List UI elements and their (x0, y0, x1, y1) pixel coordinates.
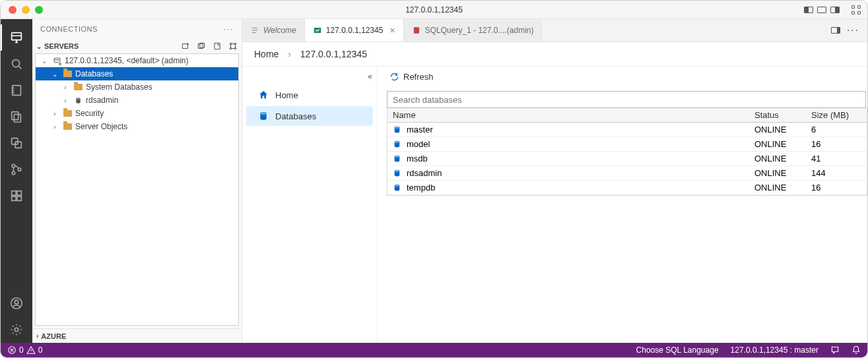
azure-label: AZURE (41, 332, 66, 340)
dashboard-icon (313, 26, 322, 35)
server-objects-label: Server Objects (75, 122, 127, 131)
activity-account[interactable] (1, 290, 32, 316)
nav-databases[interactable]: Databases (246, 106, 373, 126)
warnings-count[interactable]: 0 (38, 345, 43, 355)
tab-welcome[interactable]: Welcome (242, 19, 305, 42)
svg-point-35 (395, 141, 400, 143)
table-row[interactable]: masterONLINE6 (387, 123, 867, 137)
server-node[interactable]: ⌄ 127.0.0.1,12345, <default> (admin) (36, 54, 238, 67)
databases-node[interactable]: ⌄ Databases (36, 67, 238, 80)
warnings-icon[interactable] (26, 345, 36, 355)
layout-bottom-icon[interactable] (817, 7, 826, 13)
db-name: master (407, 125, 433, 134)
activity-search[interactable] (1, 51, 32, 77)
table-row[interactable]: tempdbONLINE16 (387, 181, 867, 195)
col-name[interactable]: Name (387, 110, 751, 120)
tab-welcome-label: Welcome (263, 26, 296, 35)
table-row[interactable]: msdbONLINE41 (387, 152, 867, 166)
collapse-nav-icon[interactable]: « (368, 72, 370, 81)
new-group-icon[interactable] (197, 42, 206, 51)
nav-home-label: Home (275, 90, 298, 100)
svg-rect-0 (12, 33, 22, 40)
server-objects-node[interactable]: › Server Objects (36, 120, 238, 133)
breadcrumb-home[interactable]: Home (254, 49, 279, 59)
feedback-icon[interactable] (830, 345, 840, 355)
status-language[interactable]: Choose SQL Language (636, 345, 719, 355)
db-status: ONLINE (751, 139, 807, 149)
database-icon (393, 140, 401, 148)
errors-count[interactable]: 0 (19, 345, 24, 355)
status-connection[interactable]: 127.0.0.1,12345 : master (731, 345, 818, 355)
title-bar: 127.0.0.1,12345 (1, 1, 867, 19)
server-node-label: 127.0.0.1,12345, <default> (admin) (65, 56, 188, 65)
search-databases-input[interactable] (387, 91, 866, 108)
svg-point-16 (15, 328, 18, 332)
db-status: ONLINE (751, 154, 807, 164)
activity-explorer[interactable] (1, 104, 32, 130)
sidebar-title: CONNECTIONS (40, 25, 98, 33)
breadcrumb: Home › 127.0.0.1,12345 (242, 42, 867, 67)
new-query-icon[interactable] (213, 42, 222, 51)
split-editor-icon[interactable] (831, 27, 840, 34)
servers-section[interactable]: ⌄ SERVERS (32, 39, 242, 53)
nav-home[interactable]: Home (246, 85, 373, 105)
table-row[interactable]: rdsadminONLINE144 (387, 166, 867, 181)
rdsadmin-node[interactable]: › rdsadmin (36, 94, 238, 107)
tab-dashboard-label: 127.0.0.1,12345 (326, 26, 384, 35)
svg-point-37 (395, 156, 400, 158)
svg-point-1 (13, 60, 20, 67)
refresh-button[interactable]: Refresh (387, 72, 867, 82)
breadcrumb-current[interactable]: 127.0.0.1,12345 (300, 49, 367, 59)
svg-rect-4 (14, 114, 20, 122)
activity-source-control[interactable] (1, 156, 32, 183)
server-group-icon[interactable] (228, 42, 238, 51)
errors-icon[interactable] (7, 345, 17, 355)
svg-point-22 (234, 43, 236, 44)
new-connection-icon[interactable] (181, 42, 190, 51)
welcome-icon (250, 26, 259, 35)
tab-more-icon[interactable]: ··· (847, 24, 859, 36)
db-status: ONLINE (751, 183, 807, 193)
table-row[interactable]: modelONLINE16 (387, 137, 867, 152)
svg-point-9 (18, 168, 21, 171)
databases-table: Name Status Size (MB) masterONLINE6model… (387, 108, 867, 196)
activity-settings[interactable] (1, 316, 32, 343)
database-icon (393, 183, 401, 192)
db-size: 16 (807, 183, 867, 193)
svg-rect-6 (15, 142, 21, 148)
close-tab-icon[interactable]: × (390, 25, 395, 36)
close-window-button[interactable] (9, 6, 17, 14)
svg-rect-29 (414, 27, 419, 33)
svg-rect-10 (12, 191, 16, 195)
activity-connections[interactable] (1, 24, 32, 51)
db-status: ONLINE (751, 125, 807, 134)
activity-copy[interactable] (1, 130, 32, 156)
col-size[interactable]: Size (MB) (807, 110, 867, 120)
security-node[interactable]: › Security (36, 107, 238, 120)
tab-query[interactable]: SQLQuery_1 - 127.0....(admin) (404, 19, 543, 42)
maximize-window-button[interactable] (35, 6, 43, 14)
layout-grid-icon[interactable] (851, 5, 861, 15)
db-status: ONLINE (751, 168, 807, 178)
svg-point-31 (260, 112, 266, 115)
activity-notebooks[interactable] (1, 77, 32, 104)
azure-section[interactable]: › AZURE (32, 328, 242, 343)
db-name: tempdb (407, 183, 435, 193)
activity-extensions[interactable] (1, 183, 32, 209)
notifications-icon[interactable] (851, 345, 861, 355)
nav-databases-label: Databases (275, 111, 316, 121)
minimize-window-button[interactable] (22, 6, 30, 14)
tab-dashboard[interactable]: 127.0.0.1,12345 × (305, 19, 404, 42)
db-size: 16 (807, 139, 867, 149)
svg-rect-13 (17, 196, 21, 200)
db-size: 6 (807, 125, 867, 134)
db-name: msdb (407, 154, 428, 164)
svg-point-8 (12, 171, 15, 175)
col-status[interactable]: Status (751, 110, 807, 120)
connections-tree: ⌄ 127.0.0.1,12345, <default> (admin) ⌄ D… (35, 53, 239, 326)
system-databases-node[interactable]: › System Databases (36, 80, 238, 94)
sidebar-more-icon[interactable]: ··· (224, 25, 234, 33)
svg-point-41 (395, 185, 400, 187)
layout-left-icon[interactable] (804, 7, 813, 13)
layout-right-icon[interactable] (830, 7, 840, 13)
